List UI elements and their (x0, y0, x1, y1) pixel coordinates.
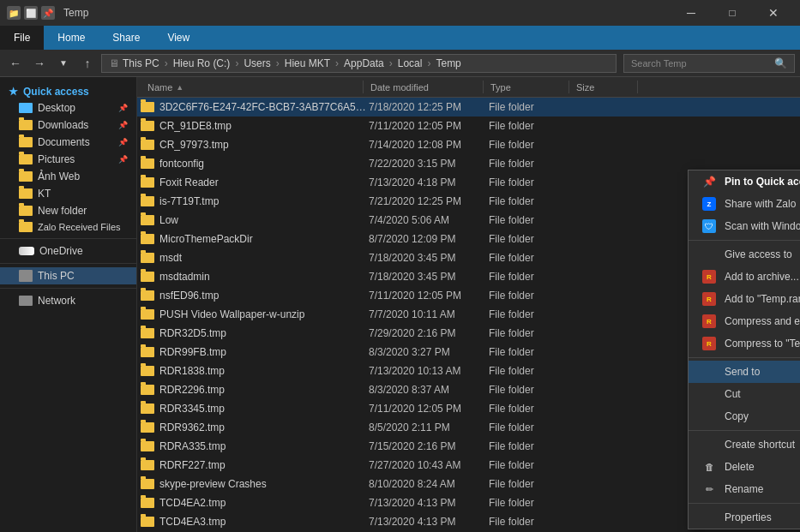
ctx-item-share-zalo[interactable]: Z Share with Zalo (689, 193, 800, 215)
path-segment-appdata[interactable]: AppData (344, 57, 384, 69)
sidebar-thispc-label: This PC (38, 270, 75, 282)
delete-icon: 🗑 (702, 460, 716, 474)
sidebar-zalo-label: Zalo Received Files (38, 222, 121, 232)
sidebar-item-thispc[interactable]: This PC (0, 267, 136, 284)
ctx-item-add-archive[interactable]: R Add to archive... (689, 266, 800, 288)
table-row[interactable]: CR_91DE8.tmp 7/11/2020 12:05 PM File fol… (137, 117, 800, 135)
file-type: File folder (489, 176, 574, 188)
sidebar-item-documents[interactable]: Documents 📌 (0, 134, 136, 151)
sidebar-onedrive-label: OneDrive (39, 245, 83, 257)
ctx-icon (702, 248, 716, 261)
col-header-size[interactable]: Size (569, 77, 638, 97)
sidebar-divider-2 (0, 263, 136, 264)
sidebar-divider-3 (0, 288, 136, 289)
pin-icon-downloads: 📌 (118, 121, 128, 129)
quick-access-header[interactable]: ★ Quick access (0, 81, 136, 99)
path-segment-thispc[interactable]: This PC (123, 57, 159, 69)
file-type: File folder (489, 384, 574, 396)
sidebar-item-desktop[interactable]: Desktop 📌 (0, 99, 136, 117)
sidebar-item-network[interactable]: Network (0, 292, 136, 309)
table-row[interactable]: 3D2C6F76-E247-42FC-BCB7-3AB77C6A53... 7/… (137, 98, 800, 117)
path-segment-temp[interactable]: Temp (436, 57, 460, 69)
tab-share[interactable]: Share (99, 26, 153, 50)
title-bar: 📁 ⬜ 📌 Temp ─ □ ✕ (0, 0, 800, 26)
folder-icon (141, 290, 154, 301)
ctx-item-properties[interactable]: Properties (689, 506, 800, 529)
winrar-icon: R (702, 337, 716, 350)
back-button[interactable]: ← (5, 54, 26, 73)
sidebar-item-onedrive[interactable]: OneDrive (0, 242, 136, 260)
file-type: File folder (489, 440, 574, 452)
file-date: 7/13/2020 10:13 AM (369, 365, 489, 377)
file-name: RDR1838.tmp (159, 365, 369, 377)
file-name: RDR32D5.tmp (159, 327, 369, 339)
sidebar-item-newfolder[interactable]: New folder (0, 202, 136, 219)
file-type: File folder (489, 459, 574, 471)
search-box[interactable]: Search Temp 🔍 (623, 54, 795, 73)
file-date: 7/7/2020 10:11 AM (369, 308, 489, 320)
star-icon: ★ (9, 86, 18, 98)
path-segment-users[interactable]: Users (244, 57, 270, 69)
ctx-item-copy[interactable]: Copy (689, 405, 800, 427)
file-date: 7/18/2020 3:45 PM (369, 252, 489, 264)
sidebar-item-kt[interactable]: KT (0, 185, 136, 202)
ctx-item-compress-email[interactable]: R Compress and email... (689, 310, 800, 332)
file-date: 7/29/2020 2:16 PM (369, 327, 489, 339)
path-segment-local[interactable]: Local (398, 57, 423, 69)
ctx-label: Copy (725, 410, 749, 422)
ctx-label: Compress and email... (725, 315, 800, 327)
file-name: msdtadmin (159, 271, 369, 283)
sidebar-divider-1 (0, 238, 136, 239)
folder-icon (141, 441, 154, 451)
col-header-name[interactable]: Name ▲ (141, 77, 364, 97)
winrar-icon: R (702, 270, 716, 284)
file-type: File folder (489, 403, 574, 415)
forward-button[interactable]: → (29, 54, 50, 73)
ctx-item-give-access[interactable]: Give access to › (689, 243, 800, 266)
tab-view[interactable]: View (153, 26, 203, 50)
file-type: File folder (489, 497, 574, 509)
file-name: PUSH Video Wallpaper-w-unzip (159, 308, 369, 320)
anhweb-folder-icon (19, 171, 33, 182)
file-name: fontconfig (159, 158, 369, 170)
file-type: File folder (489, 346, 574, 358)
tab-file[interactable]: File (0, 26, 44, 50)
tab-home[interactable]: Home (44, 26, 99, 50)
path-segment-drive[interactable]: Hieu Ro (C:) (173, 57, 231, 69)
ctx-item-cut[interactable]: Cut (689, 383, 800, 405)
ctx-item-create-shortcut[interactable]: Create shortcut (689, 433, 800, 456)
folder-icon (141, 460, 154, 470)
ctx-item-delete[interactable]: 🗑 Delete (689, 456, 800, 478)
maximize-button[interactable]: □ (713, 3, 752, 22)
folder-icon (141, 196, 154, 206)
ctx-item-add-temp-rar[interactable]: R Add to "Temp.rar" (689, 288, 800, 310)
sidebar-item-pictures[interactable]: Pictures 📌 (0, 151, 136, 168)
ctx-label: Scan with Windows Defender... (725, 220, 800, 232)
rename-icon: ✏ (702, 482, 716, 496)
ctx-item-send-to[interactable]: Send to › (689, 361, 800, 383)
sidebar-item-downloads[interactable]: Downloads 📌 (0, 117, 136, 134)
file-date: 7/13/2020 4:13 PM (369, 497, 489, 509)
ctx-item-compress-temp-email[interactable]: R Compress to "Temp.rar" and email (689, 332, 800, 355)
path-segment-user[interactable]: Hieu MKT (285, 57, 330, 69)
up-button[interactable]: ↑ (77, 54, 98, 73)
sidebar-item-anhweb[interactable]: Ảnh Web (0, 168, 136, 185)
ctx-item-rename[interactable]: ✏ Rename (689, 478, 800, 500)
close-button[interactable]: ✕ (754, 3, 793, 22)
sidebar-item-zalo[interactable]: Zalo Received Files (0, 219, 136, 235)
ctx-item-scan-defender[interactable]: 🛡 Scan with Windows Defender... (689, 215, 800, 237)
table-row[interactable]: CR_97973.tmp 7/14/2020 12:08 PM File fol… (137, 135, 800, 154)
minimize-button[interactable]: ─ (671, 3, 711, 22)
recent-button[interactable]: ▼ (53, 54, 74, 73)
file-type: File folder (489, 290, 574, 302)
folder-icon (141, 253, 154, 263)
file-name: RDR3345.tmp (159, 403, 369, 415)
ctx-item-pin-quick-access[interactable]: 📌 Pin to Quick access (689, 170, 800, 193)
address-path[interactable]: 🖥 This PC › Hieu Ro (C:) › Users › Hieu … (101, 54, 617, 73)
col-header-date[interactable]: Date modified (364, 77, 484, 97)
folder-icon (141, 158, 154, 169)
file-name: 3D2C6F76-E247-42FC-BCB7-3AB77C6A53... (159, 101, 369, 113)
col-header-type[interactable]: Type (484, 77, 569, 97)
file-type: File folder (489, 271, 574, 283)
folder-icon (141, 102, 154, 112)
